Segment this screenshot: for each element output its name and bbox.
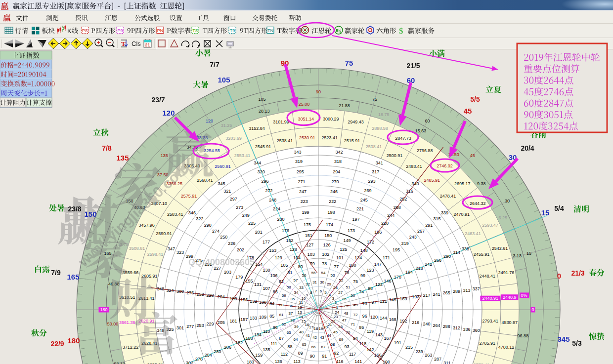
- svg-text:265: 265: [443, 290, 450, 295]
- svg-text:2491.76: 2491.76: [498, 270, 515, 275]
- svg-text:105: 105: [218, 76, 230, 84]
- svg-text:126: 126: [323, 243, 331, 247]
- svg-text:215: 215: [405, 345, 413, 350]
- svg-text:7/8: 7/8: [102, 144, 112, 152]
- svg-text:130: 130: [263, 268, 270, 273]
- svg-text:100: 100: [349, 263, 356, 268]
- svg-text:167: 167: [384, 336, 391, 341]
- svg-text:3152.84: 3152.84: [249, 126, 265, 131]
- svg-text:86: 86: [273, 325, 278, 330]
- svg-text:360: 360: [473, 328, 480, 333]
- svg-text:13: 13: [298, 310, 302, 315]
- svg-text:59: 59: [282, 293, 286, 298]
- svg-text:154: 154: [255, 262, 263, 267]
- svg-text:194: 194: [405, 270, 413, 275]
- svg-text:84: 84: [269, 301, 274, 306]
- svg-text:2598.41: 2598.41: [147, 252, 164, 257]
- svg-text:226: 226: [228, 241, 235, 246]
- svg-text:108: 108: [259, 300, 266, 305]
- svg-text:250: 250: [220, 235, 227, 240]
- svg-text:40: 40: [299, 330, 304, 334]
- svg-text:197: 197: [352, 217, 359, 222]
- svg-text:175: 175: [304, 222, 311, 227]
- svg-text:2746.02: 2746.02: [437, 163, 453, 168]
- svg-text:55: 55: [311, 271, 316, 275]
- svg-text:85: 85: [269, 314, 274, 319]
- svg-text:2530.91: 2530.91: [299, 135, 315, 140]
- svg-text:97: 97: [371, 300, 376, 305]
- svg-text:64: 64: [294, 337, 298, 342]
- svg-text:2644.32: 2644.32: [470, 201, 486, 206]
- svg-text:15.63: 15.63: [415, 128, 427, 133]
- svg-text:296: 296: [262, 179, 269, 184]
- svg-text:4: 4: [329, 293, 331, 297]
- svg-text:96: 96: [362, 314, 367, 319]
- svg-text:2478.41: 2478.41: [440, 194, 456, 199]
- svg-text:103: 103: [307, 252, 315, 257]
- svg-text:144: 144: [380, 316, 387, 321]
- svg-text:3051.14: 3051.14: [298, 117, 314, 121]
- svg-text:317: 317: [372, 169, 379, 174]
- svg-text:PN: PN: [157, 28, 164, 33]
- svg-text:3: 3: [332, 296, 335, 301]
- svg-text:119: 119: [367, 329, 374, 334]
- svg-text:321: 321: [223, 189, 231, 194]
- svg-text:202: 202: [237, 247, 244, 252]
- svg-text:244: 244: [387, 213, 394, 218]
- svg-text:180: 180: [67, 336, 80, 345]
- svg-text:2440.9: 2440.9: [503, 295, 517, 300]
- svg-text:246: 246: [330, 189, 338, 194]
- svg-text:18.75: 18.75: [378, 112, 390, 117]
- svg-text:6.25: 6.25: [498, 215, 507, 220]
- svg-text:156: 156: [240, 297, 248, 302]
- svg-text:111: 111: [270, 341, 277, 346]
- svg-text:183: 183: [247, 360, 254, 364]
- svg-text:221: 221: [356, 206, 364, 211]
- svg-text:60: 60: [425, 119, 430, 123]
- svg-text:300: 300: [176, 289, 184, 294]
- svg-text:43: 43: [320, 335, 324, 340]
- svg-text:75: 75: [345, 59, 353, 67]
- svg-text:29: 29: [327, 282, 331, 286]
- svg-text:48: 48: [344, 311, 349, 316]
- svg-text:292: 292: [399, 197, 407, 202]
- svg-text:2455.91: 2455.91: [474, 252, 490, 257]
- svg-text:45: 45: [470, 153, 475, 158]
- svg-text:1: 1: [336, 305, 338, 310]
- svg-text:75: 75: [372, 97, 377, 102]
- svg-text:105: 105: [280, 263, 288, 268]
- svg-text:2542.61: 2542.61: [492, 246, 508, 251]
- svg-text:T9: T9: [230, 28, 235, 33]
- svg-text:76: 76: [344, 270, 349, 275]
- svg-text:94: 94: [353, 336, 358, 341]
- svg-text:217: 217: [423, 293, 431, 298]
- svg-text:128: 128: [290, 247, 297, 252]
- svg-text:270: 270: [332, 179, 339, 184]
- svg-text:2: 2: [335, 300, 337, 305]
- svg-text:90: 90: [310, 354, 315, 359]
- svg-text:4780.12: 4780.12: [498, 345, 515, 350]
- svg-text:2560.91: 2560.91: [215, 164, 231, 169]
- svg-text:34: 34: [294, 290, 299, 295]
- svg-text:39: 39: [294, 324, 299, 329]
- svg-text:340: 340: [411, 181, 419, 186]
- svg-text:323: 323: [176, 250, 184, 255]
- svg-text:31.25: 31.25: [221, 123, 232, 128]
- svg-text:87: 87: [279, 336, 284, 341]
- svg-text:223: 223: [301, 199, 308, 204]
- svg-text:228: 228: [206, 293, 214, 298]
- svg-text:109: 109: [259, 315, 266, 320]
- svg-text:148: 148: [360, 248, 368, 253]
- svg-text:120: 120: [162, 109, 175, 117]
- svg-text:7/9: 7/9: [51, 269, 61, 277]
- svg-text:224: 224: [273, 206, 280, 211]
- svg-text:21/5: 21/5: [406, 62, 420, 70]
- svg-text:169: 169: [399, 296, 407, 301]
- svg-text:149: 149: [343, 238, 350, 243]
- svg-text:301: 301: [176, 325, 184, 330]
- svg-text:9: 9: [306, 293, 308, 297]
- svg-text:25: 25: [344, 304, 349, 308]
- svg-text:81: 81: [287, 270, 292, 275]
- svg-text:57: 57: [294, 278, 298, 283]
- svg-text:143: 143: [375, 332, 383, 337]
